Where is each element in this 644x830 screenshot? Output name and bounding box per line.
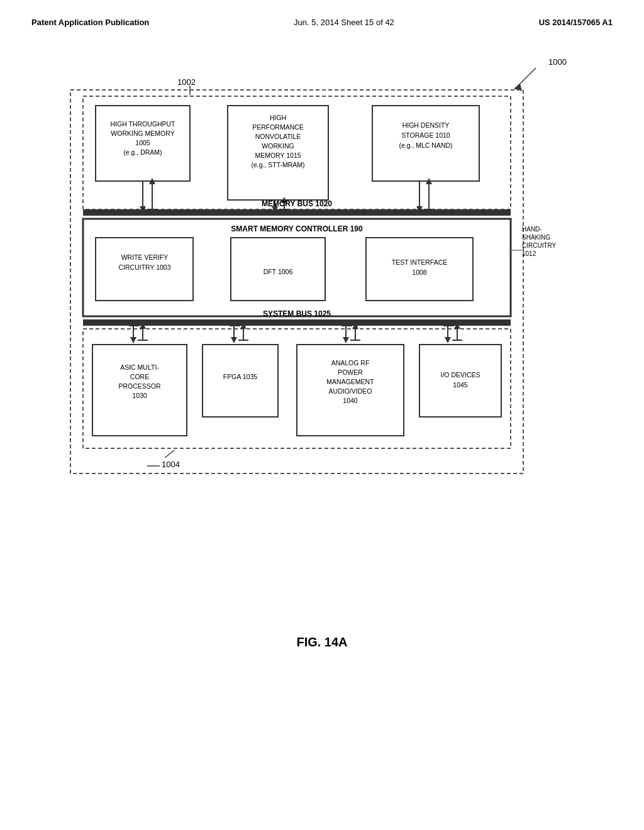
svg-text:1008: 1008 xyxy=(412,268,427,276)
label-1000: 1000 xyxy=(548,57,567,67)
svg-text:MANAGEMENT: MANAGEMENT xyxy=(326,378,374,385)
svg-marker-58 xyxy=(343,337,349,343)
page: Patent Application Publication Jun. 5, 2… xyxy=(0,0,644,830)
svg-marker-46 xyxy=(130,337,136,343)
diagram-svg: 1000 1002 HIGH THROUGHPUT WORKING MEMORY… xyxy=(52,46,592,612)
label-1004: 1004 xyxy=(162,460,180,469)
memory-bus-line xyxy=(83,209,511,216)
header-right: US 2014/157065 A1 xyxy=(539,18,613,27)
svg-text:(e.g., MLC NAND): (e.g., MLC NAND) xyxy=(399,141,452,149)
header-center: Jun. 5, 2014 Sheet 15 of 42 xyxy=(294,18,394,27)
box-fpga xyxy=(203,345,278,417)
svg-text:CORE: CORE xyxy=(130,373,149,380)
svg-text:SHAKING: SHAKING xyxy=(522,234,550,241)
svg-text:(e.g., STT-MRAM): (e.g., STT-MRAM) xyxy=(251,161,304,169)
svg-text:PERFORMANCE: PERFORMANCE xyxy=(252,123,304,131)
box-asic xyxy=(92,345,187,436)
svg-text:MEMORY 1015: MEMORY 1015 xyxy=(255,152,301,159)
header-left: Patent Application Publication xyxy=(31,18,149,27)
svg-text:CIRCUITRY 1003: CIRCUITRY 1003 xyxy=(118,263,170,271)
svg-text:1005: 1005 xyxy=(135,139,150,147)
memory-bus-label: MEMORY BUS 1020 xyxy=(262,199,332,208)
svg-text:STORAGE 1010: STORAGE 1010 xyxy=(401,131,450,139)
svg-marker-52 xyxy=(231,337,237,343)
svg-text:WORKING MEMORY: WORKING MEMORY xyxy=(111,130,174,137)
header: Patent Application Publication Jun. 5, 2… xyxy=(0,0,644,33)
svg-text:HIGH THROUGHPUT: HIGH THROUGHPUT xyxy=(110,120,175,128)
figure-caption: FIG. 14A xyxy=(52,635,592,650)
svg-text:1045: 1045 xyxy=(453,381,468,389)
svg-text:WORKING: WORKING xyxy=(262,142,294,150)
svg-text:1040: 1040 xyxy=(343,397,358,404)
svg-text:(e.g., DRAM): (e.g., DRAM) xyxy=(123,148,162,156)
smc-label: SMART MEMORY CONTROLLER 190 xyxy=(231,224,363,233)
svg-text:I/O DEVICES: I/O DEVICES xyxy=(440,371,480,379)
svg-text:HIGH DENSITY: HIGH DENSITY xyxy=(402,121,450,129)
svg-text:1030: 1030 xyxy=(132,392,147,399)
svg-line-80 xyxy=(165,450,174,458)
svg-text:FPGA 1035: FPGA 1035 xyxy=(223,373,257,380)
svg-text:1012: 1012 xyxy=(522,250,536,257)
svg-text:DFT 1006: DFT 1006 xyxy=(264,268,293,275)
svg-text:NONVOLATILE: NONVOLATILE xyxy=(255,133,301,140)
svg-text:CIRCUITRY: CIRCUITRY xyxy=(522,242,557,249)
diagram-container: 1000 1002 HIGH THROUGHPUT WORKING MEMORY… xyxy=(52,46,592,662)
svg-text:AUDIO/VIDEO: AUDIO/VIDEO xyxy=(329,387,372,395)
svg-text:ANALOG RF: ANALOG RF xyxy=(331,359,370,367)
svg-text:HAND-: HAND- xyxy=(522,226,542,233)
svg-text:PROCESSOR: PROCESSOR xyxy=(118,382,161,390)
label-1002: 1002 xyxy=(177,77,196,87)
svg-text:WRITE VERIFY: WRITE VERIFY xyxy=(121,253,169,261)
svg-text:HIGH: HIGH xyxy=(270,114,286,121)
system-bus-label: SYSTEM BUS 1025 xyxy=(263,309,331,318)
svg-text:ASIC MULTI-: ASIC MULTI- xyxy=(120,363,159,371)
svg-text:TEST INTERFACE: TEST INTERFACE xyxy=(392,258,448,266)
svg-marker-64 xyxy=(445,337,451,343)
system-bus-line xyxy=(83,319,511,326)
svg-text:POWER: POWER xyxy=(338,368,363,376)
diagram-area: 1000 1002 HIGH THROUGHPUT WORKING MEMORY… xyxy=(0,33,644,675)
